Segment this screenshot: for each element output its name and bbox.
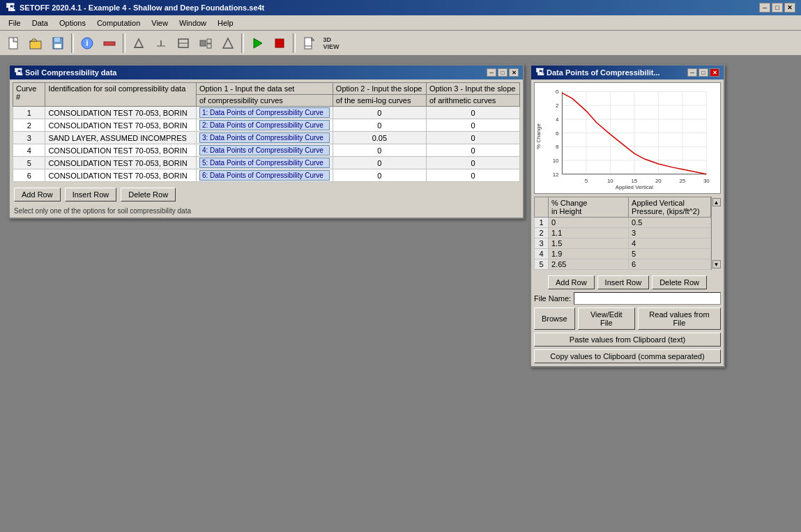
dp-cell-pct[interactable]: [549, 228, 629, 238]
cell-opt2[interactable]: [333, 107, 426, 119]
view-edit-btn[interactable]: View/Edit File: [578, 307, 635, 330]
dp-cell-pressure[interactable]: [629, 238, 711, 249]
toolbar-shape4[interactable]: [195, 33, 216, 53]
maximize-btn[interactable]: □: [772, 3, 783, 13]
dp-cell-pct[interactable]: [549, 249, 629, 259]
cell-opt2[interactable]: [333, 157, 426, 169]
soil-window-maximize[interactable]: □: [498, 68, 508, 77]
cell-opt1[interactable]: 4: Data Points of Compressibility Curve: [196, 144, 333, 157]
toolbar-info[interactable]: i: [77, 33, 98, 53]
menu-help[interactable]: Help: [212, 17, 239, 29]
toolbar-stop[interactable]: [269, 33, 290, 53]
id-input[interactable]: [48, 134, 193, 142]
opt2-input[interactable]: [336, 134, 423, 142]
dp-add-row-btn[interactable]: Add Row: [548, 275, 595, 289]
cell-id[interactable]: [45, 132, 197, 144]
cell-opt1[interactable]: 6: Data Points of Compressibility Curve: [196, 169, 333, 182]
cell-id[interactable]: [45, 157, 197, 169]
opt1-btn[interactable]: 4: Data Points of Compressibility Curve: [199, 145, 330, 155]
read-values-btn[interactable]: Read values from File: [638, 307, 721, 330]
cell-opt2[interactable]: [333, 169, 426, 182]
paste-clipboard-btn[interactable]: Paste values from Clipboard (text): [534, 333, 721, 347]
cell-opt1[interactable]: 5: Data Points of Compressibility Curve: [196, 157, 333, 169]
dp-cell-pressure[interactable]: [629, 228, 711, 238]
cell-opt3[interactable]: [426, 157, 519, 169]
id-input[interactable]: [48, 146, 193, 155]
opt1-btn[interactable]: 1: Data Points of Compressibility Curve: [199, 107, 330, 118]
browse-btn[interactable]: Browse: [534, 307, 575, 330]
toolbar-shape2[interactable]: [151, 33, 171, 53]
dp-delete-row-btn[interactable]: Delete Row: [652, 275, 707, 289]
opt1-btn[interactable]: 5: Data Points of Compressibility Curve: [199, 158, 330, 168]
scrollbar-up[interactable]: ▲: [712, 198, 721, 206]
opt1-btn[interactable]: 2: Data Points of Compressibility Curve: [199, 120, 330, 130]
opt2-input[interactable]: [336, 146, 423, 155]
dp-data-table[interactable]: % Change in Height Applied Vertical Pres…: [534, 197, 711, 270]
insert-row-btn[interactable]: Insert Row: [65, 188, 117, 202]
opt2-input[interactable]: [336, 109, 423, 117]
dp-cell-pct[interactable]: [549, 218, 629, 228]
cell-opt3[interactable]: [426, 169, 519, 182]
dp-scrollbar[interactable]: ▲ ▼: [711, 197, 721, 270]
cell-opt2[interactable]: [333, 119, 426, 132]
toolbar-open[interactable]: [25, 33, 46, 53]
cell-opt2[interactable]: [333, 132, 426, 144]
toolbar-new[interactable]: [3, 33, 24, 53]
opt1-btn[interactable]: 3: Data Points of Compressibility Curve: [199, 132, 330, 143]
dp-cell-pct[interactable]: [549, 238, 629, 249]
toolbar-shape1[interactable]: [128, 33, 149, 53]
cell-opt1[interactable]: 3: Data Points of Compressibility Curve: [196, 132, 333, 144]
cell-id[interactable]: [45, 144, 197, 157]
opt3-input[interactable]: [429, 146, 517, 155]
dp-cell-pressure[interactable]: [629, 218, 711, 228]
cell-id[interactable]: [45, 169, 197, 182]
cell-id[interactable]: [45, 119, 197, 132]
menu-data[interactable]: Data: [26, 17, 54, 29]
dp-window-minimize[interactable]: ─: [687, 68, 697, 77]
cell-opt3[interactable]: [426, 144, 519, 157]
cell-opt1[interactable]: 2: Data Points of Compressibility Curve: [196, 119, 333, 132]
cell-id[interactable]: [45, 107, 197, 119]
id-input[interactable]: [48, 121, 193, 130]
id-input[interactable]: [48, 109, 193, 117]
opt3-input[interactable]: [429, 121, 517, 130]
cell-opt2[interactable]: [333, 144, 426, 157]
menu-view[interactable]: View: [146, 17, 174, 29]
minimize-btn[interactable]: ─: [759, 3, 770, 13]
opt3-input[interactable]: [429, 159, 517, 167]
opt2-input[interactable]: [336, 121, 423, 130]
opt3-input[interactable]: [429, 172, 517, 180]
id-input[interactable]: [48, 172, 193, 180]
opt1-btn[interactable]: 6: Data Points of Compressibility Curve: [199, 170, 330, 181]
opt2-input[interactable]: [336, 159, 423, 167]
dp-insert-row-btn[interactable]: Insert Row: [597, 275, 650, 289]
cell-opt3[interactable]: [426, 107, 519, 119]
toolbar-report[interactable]: [298, 33, 319, 53]
menu-computation[interactable]: Computation: [91, 17, 146, 29]
file-name-input[interactable]: [574, 292, 721, 305]
cell-opt3[interactable]: [426, 132, 519, 144]
toolbar-minus[interactable]: [99, 33, 120, 53]
soil-window-minimize[interactable]: ─: [487, 68, 496, 77]
dp-window-maximize[interactable]: □: [699, 68, 708, 77]
toolbar-run[interactable]: [247, 33, 268, 53]
cell-opt1[interactable]: 1: Data Points of Compressibility Curve: [196, 107, 333, 119]
menu-options[interactable]: Options: [54, 17, 91, 29]
close-btn[interactable]: ✕: [784, 3, 795, 13]
opt3-input[interactable]: [429, 134, 517, 142]
copy-clipboard-btn[interactable]: Copy values to Clipboard (comma separate…: [534, 349, 721, 363]
opt3-input[interactable]: [429, 109, 517, 117]
delete-row-btn[interactable]: Delete Row: [121, 188, 176, 202]
cell-opt3[interactable]: [426, 119, 519, 132]
dp-window-close[interactable]: ✕: [710, 68, 719, 77]
toolbar-save[interactable]: [47, 33, 68, 53]
toolbar-3d[interactable]: 3DVIEW: [321, 33, 342, 53]
toolbar-shape3[interactable]: [173, 33, 194, 53]
dp-cell-pressure[interactable]: [629, 249, 711, 259]
id-input[interactable]: [48, 159, 193, 167]
toolbar-shape5[interactable]: [218, 33, 238, 53]
dp-cell-pct[interactable]: [549, 259, 629, 270]
add-row-btn[interactable]: Add Row: [14, 188, 61, 202]
opt2-input[interactable]: [336, 172, 423, 180]
dp-cell-pressure[interactable]: [629, 259, 711, 270]
